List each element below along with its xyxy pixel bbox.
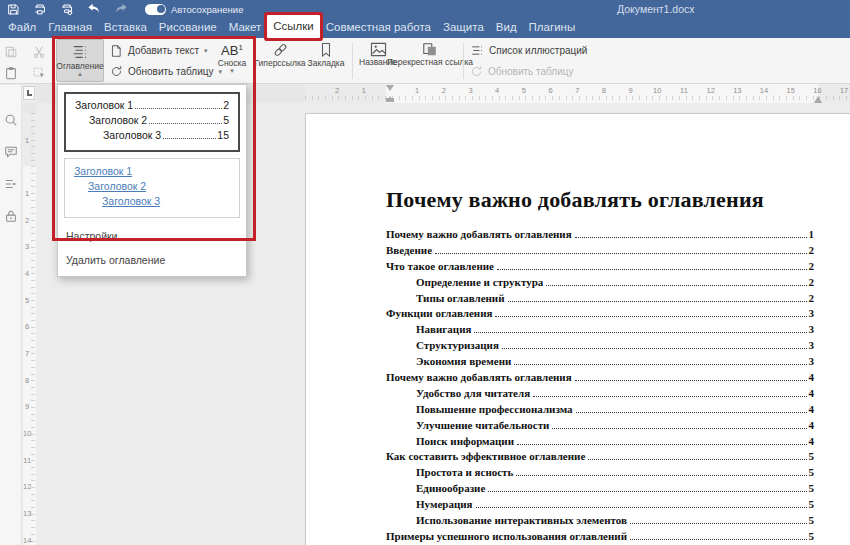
toc-entry: Удобство для читателя 4 [386, 387, 814, 403]
ribbon-tab[interactable]: Макет [223, 16, 268, 38]
ribbon-tab[interactable]: Защита [437, 16, 490, 38]
ruler-number: 8 [591, 86, 618, 95]
ruler-number: 14 [751, 86, 778, 95]
toc-settings-item[interactable]: Настройки [58, 224, 246, 248]
ribbon-tab[interactable]: Главная [42, 16, 98, 38]
left-indent-marker[interactable] [386, 98, 394, 102]
dot-leader [163, 138, 216, 139]
cross-reference-button[interactable]: Перекрестная ссылка [402, 42, 458, 67]
dot-leader [502, 348, 807, 349]
ribbon-tab[interactable]: Плагины [523, 16, 582, 38]
document-page[interactable]: Почему важно добавлять оглавления Почему… [305, 113, 850, 545]
toc-entry: Повышение профессионализма 4 [386, 403, 814, 419]
ruler-number: 4 [23, 260, 31, 287]
lock-icon[interactable] [4, 209, 18, 223]
ruler-number: 11 [23, 447, 31, 474]
footnote-button[interactable]: AB1 Сноска ▾ [212, 41, 252, 74]
undo-icon[interactable] [87, 2, 101, 16]
copy-icon[interactable] [3, 44, 19, 60]
figures-list-label: Список иллюстраций [489, 45, 587, 56]
footnote-icon: AB1 [221, 41, 243, 58]
refresh-icon [470, 65, 483, 78]
add-text-button[interactable]: Добавить текст ▾ [110, 42, 208, 59]
toc-icon [71, 43, 90, 61]
ribbon-tab[interactable]: Вставка [98, 16, 153, 38]
toc-preview-link: Заголовок 2 [74, 180, 230, 195]
toc-preview-entry: Заголовок 3 15 [75, 129, 229, 144]
autosave-control: Автосохранение [145, 4, 243, 15]
toc-entry: Структуризация 3 [386, 339, 814, 355]
ruler-number: 3 [23, 233, 31, 260]
toc-style-links-option[interactable]: Заголовок 1 Заголовок 2 Заголовок 3 [64, 158, 240, 218]
dot-leader [508, 301, 807, 302]
ribbon-tab[interactable]: Рисование [153, 16, 223, 38]
ribbon-tab[interactable]: Совместная работа [320, 16, 437, 38]
document-title: Документ1.docx [617, 3, 695, 15]
toc-remove-item[interactable]: Удалить оглавление [58, 248, 246, 272]
update-table-disabled-button[interactable]: Обновить таблицу [470, 63, 574, 80]
print-icon[interactable] [33, 2, 47, 16]
dot-leader [552, 428, 806, 429]
dot-leader [588, 459, 806, 460]
toc-entry: Определение и структура 2 [386, 276, 814, 292]
update-table-label: Обновить таблицу [128, 66, 214, 77]
hyperlink-icon [272, 42, 289, 58]
toc-preview-entry: Заголовок 2 5 [75, 114, 229, 129]
toc-entry: Функции оглавления 3 [386, 307, 814, 323]
cross-reference-icon [422, 42, 438, 57]
select-icon[interactable] [31, 65, 47, 81]
add-text-icon [110, 44, 123, 58]
ribbon-toolbar: Оглавление ▴ Добавить текст ▾ Обновить т… [0, 38, 850, 84]
toc-entry: Единообразие 5 [386, 482, 814, 498]
toc-entry: Простота и ясность 5 [386, 466, 814, 482]
table-of-contents-button[interactable]: Оглавление ▴ [56, 39, 104, 82]
ribbon-tab[interactable]: Ссылки [267, 15, 320, 38]
right-indent-marker[interactable] [814, 92, 822, 103]
ruler-number: 2 [23, 207, 31, 234]
bookmark-button[interactable]: Закладка [305, 42, 347, 68]
ruler-number: 2 [324, 86, 351, 95]
dot-leader [488, 491, 806, 492]
refresh-icon [110, 65, 123, 78]
picture-icon [370, 42, 387, 57]
document-heading: Почему важно добавлять оглавления [386, 187, 814, 213]
dot-leader [516, 475, 806, 476]
review-icon[interactable] [4, 177, 18, 191]
paste-icon[interactable] [3, 65, 19, 81]
ruler-number: 15 [777, 86, 804, 95]
ruler-number: 2 [430, 86, 457, 95]
bookmark-label: Закладка [308, 59, 345, 68]
ruler-number: 10 [23, 420, 31, 447]
update-table-button[interactable]: Обновить таблицу ▾ [110, 63, 222, 80]
tab-stop-selector[interactable] [23, 86, 35, 100]
dot-leader [630, 539, 807, 540]
figures-list-button[interactable]: Список иллюстраций [470, 42, 587, 59]
toc-dropdown-menu: Заголовок 1 2 Заголовок 2 5 Заголовок 3 … [57, 84, 247, 277]
add-text-label: Добавить текст [128, 45, 199, 56]
hyperlink-button[interactable]: Гиперссылка [256, 42, 304, 68]
titlebar: Автосохранение Документ1.docx ФайлГлавна… [0, 0, 850, 38]
toc-style-classic-option[interactable]: Заголовок 1 2 Заголовок 2 5 Заголовок 3 … [64, 92, 240, 152]
autosave-toggle[interactable] [145, 4, 166, 15]
ruler-number: 5 [511, 86, 538, 95]
ribbon-tab[interactable]: Файл [2, 16, 42, 38]
dot-leader [497, 269, 807, 270]
toc-preview-link: Заголовок 3 [74, 195, 230, 210]
ruler-number: 12 [697, 86, 724, 95]
comments-icon[interactable] [4, 145, 18, 159]
quick-print-icon[interactable] [60, 2, 74, 16]
ruler-number: 13 [724, 86, 751, 95]
toc-entry: Что такое оглавление 2 [386, 260, 814, 276]
ruler-number: 8 [23, 367, 31, 394]
redo-icon[interactable] [114, 2, 128, 16]
search-icon[interactable] [4, 113, 18, 127]
save-icon[interactable] [6, 2, 20, 16]
dot-leader [149, 123, 222, 124]
update-table-disabled-label: Обновить таблицу [488, 66, 574, 77]
ruler-number: 12 [23, 474, 31, 501]
ruler-number: 1 [350, 86, 377, 95]
dot-leader [575, 237, 807, 238]
cut-icon[interactable] [31, 44, 47, 60]
ribbon-tab[interactable]: Вид [490, 16, 523, 38]
toc-entry: Типы оглавлений 2 [386, 292, 814, 308]
